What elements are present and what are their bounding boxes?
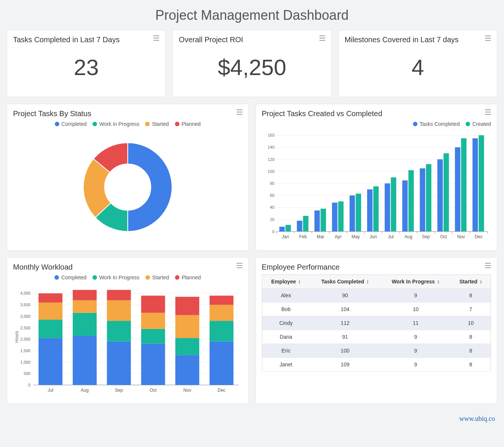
svg-rect-96: [73, 290, 97, 300]
svg-rect-103: [141, 344, 165, 385]
hamburger-icon[interactable]: [237, 263, 242, 268]
stacked-bar-chart: 05001,0001,5002,0002,5003,0003,5004,000H…: [13, 283, 242, 398]
svg-rect-60: [461, 138, 466, 232]
legend-label: Started: [152, 121, 169, 127]
watermark: www.ubiq.co: [459, 415, 495, 423]
chart-title: Project Tasks Created vs Completed: [262, 109, 382, 118]
legend-label: Created: [472, 121, 491, 127]
svg-text:2,000: 2,000: [20, 337, 30, 341]
svg-rect-101: [107, 290, 131, 300]
kpi-value: 23: [13, 47, 159, 91]
svg-rect-27: [314, 211, 319, 232]
svg-rect-40: [373, 186, 378, 232]
page-title: Project Management Dashboard: [7, 7, 497, 23]
svg-rect-55: [437, 159, 442, 232]
hamburger-icon[interactable]: [237, 109, 242, 115]
table-cell: 9: [380, 344, 451, 358]
grouped-bar-card: Project Tasks Created vs Completed Tasks…: [256, 104, 498, 251]
table-row: Alex9098: [262, 289, 491, 302]
sort-icon: ▲▼: [366, 280, 369, 284]
svg-text:Nov: Nov: [457, 234, 465, 239]
svg-text:1,000: 1,000: [20, 360, 30, 364]
table-cell: Janet: [262, 358, 310, 372]
kpi-card: Milestones Covered in Last 7 days 4: [338, 30, 497, 97]
svg-text:160: 160: [267, 133, 274, 137]
svg-rect-51: [420, 168, 425, 232]
svg-text:40: 40: [270, 205, 274, 209]
table-header[interactable]: Employee▲▼: [262, 275, 310, 289]
svg-text:140: 140: [267, 145, 274, 149]
svg-text:3,000: 3,000: [20, 314, 30, 319]
kpi-card: Overall Project ROI $4,250: [172, 30, 331, 97]
svg-rect-100: [107, 300, 131, 321]
svg-text:4,000: 4,000: [20, 291, 30, 295]
hamburger-icon[interactable]: [485, 263, 491, 268]
hamburger-icon[interactable]: [153, 35, 159, 41]
kpi-value: 4: [345, 47, 491, 91]
kpi-card: Tasks Completed in Last 7 Days 23: [7, 30, 166, 97]
svg-text:Nov: Nov: [184, 388, 191, 393]
svg-text:Feb: Feb: [299, 234, 307, 239]
legend-label: Completed: [62, 121, 87, 127]
hamburger-icon[interactable]: [319, 35, 325, 41]
svg-rect-93: [73, 336, 97, 385]
svg-text:Dec: Dec: [475, 234, 482, 239]
svg-text:Sep: Sep: [115, 388, 123, 393]
svg-rect-91: [38, 294, 62, 303]
svg-rect-64: [479, 135, 484, 232]
table-header[interactable]: Started▲▼: [451, 275, 491, 289]
table-header[interactable]: Tasks Completed▲▼: [310, 275, 381, 289]
svg-rect-90: [38, 302, 62, 320]
svg-rect-113: [210, 341, 234, 385]
table-row: Janet10998: [262, 358, 491, 372]
svg-text:May: May: [351, 234, 360, 239]
grouped-bar-chart: 020406080100120140160JanFebMarAprMayJunJ…: [262, 129, 491, 245]
table-row: Cindy1121110: [262, 316, 491, 330]
hamburger-icon[interactable]: [485, 109, 491, 115]
svg-text:Dec: Dec: [217, 388, 225, 393]
table-header[interactable]: Work In Progress▲▼: [380, 275, 451, 289]
table-cell: 9: [380, 330, 451, 344]
table-cell: 112: [310, 316, 381, 330]
svg-rect-109: [175, 338, 199, 355]
svg-text:20: 20: [270, 217, 274, 222]
table-cell: 100: [310, 344, 381, 358]
svg-rect-89: [38, 320, 62, 338]
svg-rect-20: [285, 225, 291, 232]
chart-title: Employee Performance: [262, 263, 340, 271]
svg-text:Jan: Jan: [282, 234, 289, 239]
svg-text:3,500: 3,500: [20, 302, 30, 307]
table-row: Dana9198: [262, 330, 491, 344]
workload-legend: Completed Work In Progress Started Plann…: [13, 274, 242, 280]
chart-title: Monthly Workload: [13, 263, 73, 271]
svg-rect-99: [107, 321, 131, 341]
svg-text:Oct: Oct: [150, 388, 157, 393]
table-cell: Eric: [262, 344, 310, 358]
legend-label: Work In Progress: [99, 274, 140, 280]
table-cell: 109: [310, 358, 381, 372]
donut-card: Project Tasks By Status Completed Work i…: [7, 104, 249, 251]
table-cell: 8: [451, 344, 491, 358]
svg-rect-31: [332, 203, 337, 232]
hamburger-icon[interactable]: [485, 35, 491, 41]
svg-rect-104: [141, 329, 165, 344]
chart-title: Project Tasks By Status: [13, 109, 91, 118]
kpi-title: Milestones Covered in Last 7 days: [345, 35, 459, 44]
svg-rect-44: [391, 177, 396, 232]
svg-rect-88: [38, 338, 62, 385]
svg-text:Oct: Oct: [440, 234, 447, 239]
svg-rect-28: [320, 209, 326, 232]
svg-text:Apr: Apr: [335, 234, 342, 239]
svg-rect-106: [141, 296, 165, 313]
table-cell: 10: [451, 316, 491, 330]
table-row: Eric10098: [262, 344, 491, 358]
legend-label: Completed: [61, 274, 87, 280]
svg-rect-23: [297, 221, 302, 232]
sort-icon: ▲▼: [480, 280, 482, 284]
table-cell: Cindy: [262, 316, 310, 330]
svg-text:Jul: Jul: [388, 234, 394, 239]
svg-rect-36: [356, 193, 361, 231]
svg-text:60: 60: [270, 193, 274, 198]
svg-rect-108: [175, 355, 199, 385]
legend-label: Work in Progress: [99, 121, 139, 127]
